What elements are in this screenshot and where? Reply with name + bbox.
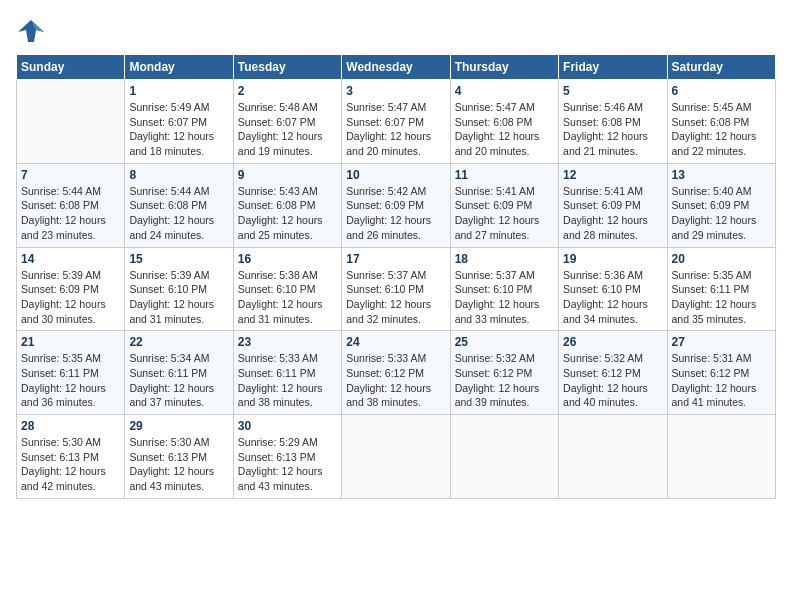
day-number: 14 [21,252,120,266]
calendar-cell: 17Sunrise: 5:37 AM Sunset: 6:10 PM Dayli… [342,247,450,331]
day-number: 12 [563,168,662,182]
day-info: Sunrise: 5:40 AM Sunset: 6:09 PM Dayligh… [672,184,771,243]
calendar-cell: 18Sunrise: 5:37 AM Sunset: 6:10 PM Dayli… [450,247,558,331]
calendar-cell: 28Sunrise: 5:30 AM Sunset: 6:13 PM Dayli… [17,415,125,499]
day-number: 19 [563,252,662,266]
calendar-week-1: 1Sunrise: 5:49 AM Sunset: 6:07 PM Daylig… [17,80,776,164]
calendar-cell: 10Sunrise: 5:42 AM Sunset: 6:09 PM Dayli… [342,163,450,247]
day-info: Sunrise: 5:35 AM Sunset: 6:11 PM Dayligh… [21,351,120,410]
weekday-header-thursday: Thursday [450,55,558,80]
day-number: 13 [672,168,771,182]
calendar-body: 1Sunrise: 5:49 AM Sunset: 6:07 PM Daylig… [17,80,776,499]
day-info: Sunrise: 5:32 AM Sunset: 6:12 PM Dayligh… [563,351,662,410]
weekday-header-row: SundayMondayTuesdayWednesdayThursdayFrid… [17,55,776,80]
day-number: 30 [238,419,337,433]
day-info: Sunrise: 5:41 AM Sunset: 6:09 PM Dayligh… [455,184,554,243]
calendar-cell: 4Sunrise: 5:47 AM Sunset: 6:08 PM Daylig… [450,80,558,164]
day-info: Sunrise: 5:30 AM Sunset: 6:13 PM Dayligh… [21,435,120,494]
logo-icon [16,16,46,46]
day-number: 25 [455,335,554,349]
day-number: 20 [672,252,771,266]
day-number: 23 [238,335,337,349]
day-number: 4 [455,84,554,98]
day-number: 29 [129,419,228,433]
day-number: 27 [672,335,771,349]
day-info: Sunrise: 5:48 AM Sunset: 6:07 PM Dayligh… [238,100,337,159]
calendar-week-5: 28Sunrise: 5:30 AM Sunset: 6:13 PM Dayli… [17,415,776,499]
day-info: Sunrise: 5:47 AM Sunset: 6:08 PM Dayligh… [455,100,554,159]
calendar-cell: 29Sunrise: 5:30 AM Sunset: 6:13 PM Dayli… [125,415,233,499]
day-number: 15 [129,252,228,266]
day-info: Sunrise: 5:42 AM Sunset: 6:09 PM Dayligh… [346,184,445,243]
day-number: 9 [238,168,337,182]
day-info: Sunrise: 5:33 AM Sunset: 6:12 PM Dayligh… [346,351,445,410]
day-info: Sunrise: 5:38 AM Sunset: 6:10 PM Dayligh… [238,268,337,327]
day-number: 8 [129,168,228,182]
day-info: Sunrise: 5:39 AM Sunset: 6:09 PM Dayligh… [21,268,120,327]
day-number: 22 [129,335,228,349]
calendar-week-4: 21Sunrise: 5:35 AM Sunset: 6:11 PM Dayli… [17,331,776,415]
day-number: 18 [455,252,554,266]
day-info: Sunrise: 5:29 AM Sunset: 6:13 PM Dayligh… [238,435,337,494]
calendar-cell: 25Sunrise: 5:32 AM Sunset: 6:12 PM Dayli… [450,331,558,415]
calendar-cell: 5Sunrise: 5:46 AM Sunset: 6:08 PM Daylig… [559,80,667,164]
weekday-header-monday: Monday [125,55,233,80]
day-info: Sunrise: 5:49 AM Sunset: 6:07 PM Dayligh… [129,100,228,159]
day-number: 24 [346,335,445,349]
day-number: 26 [563,335,662,349]
day-info: Sunrise: 5:47 AM Sunset: 6:07 PM Dayligh… [346,100,445,159]
day-info: Sunrise: 5:35 AM Sunset: 6:11 PM Dayligh… [672,268,771,327]
calendar-cell: 20Sunrise: 5:35 AM Sunset: 6:11 PM Dayli… [667,247,775,331]
day-number: 16 [238,252,337,266]
day-number: 3 [346,84,445,98]
day-info: Sunrise: 5:41 AM Sunset: 6:09 PM Dayligh… [563,184,662,243]
calendar-cell [559,415,667,499]
calendar-table: SundayMondayTuesdayWednesdayThursdayFrid… [16,54,776,499]
day-number: 6 [672,84,771,98]
weekday-header-tuesday: Tuesday [233,55,341,80]
calendar-cell: 7Sunrise: 5:44 AM Sunset: 6:08 PM Daylig… [17,163,125,247]
day-info: Sunrise: 5:34 AM Sunset: 6:11 PM Dayligh… [129,351,228,410]
calendar-cell: 19Sunrise: 5:36 AM Sunset: 6:10 PM Dayli… [559,247,667,331]
day-info: Sunrise: 5:43 AM Sunset: 6:08 PM Dayligh… [238,184,337,243]
weekday-header-friday: Friday [559,55,667,80]
calendar-cell [450,415,558,499]
calendar-cell: 12Sunrise: 5:41 AM Sunset: 6:09 PM Dayli… [559,163,667,247]
day-info: Sunrise: 5:32 AM Sunset: 6:12 PM Dayligh… [455,351,554,410]
page-header [16,16,776,46]
calendar-cell: 23Sunrise: 5:33 AM Sunset: 6:11 PM Dayli… [233,331,341,415]
calendar-cell: 3Sunrise: 5:47 AM Sunset: 6:07 PM Daylig… [342,80,450,164]
day-number: 7 [21,168,120,182]
calendar-week-3: 14Sunrise: 5:39 AM Sunset: 6:09 PM Dayli… [17,247,776,331]
calendar-cell: 21Sunrise: 5:35 AM Sunset: 6:11 PM Dayli… [17,331,125,415]
day-number: 28 [21,419,120,433]
calendar-cell: 15Sunrise: 5:39 AM Sunset: 6:10 PM Dayli… [125,247,233,331]
weekday-header-saturday: Saturday [667,55,775,80]
calendar-cell: 24Sunrise: 5:33 AM Sunset: 6:12 PM Dayli… [342,331,450,415]
calendar-week-2: 7Sunrise: 5:44 AM Sunset: 6:08 PM Daylig… [17,163,776,247]
day-info: Sunrise: 5:46 AM Sunset: 6:08 PM Dayligh… [563,100,662,159]
calendar-cell [667,415,775,499]
calendar-cell: 11Sunrise: 5:41 AM Sunset: 6:09 PM Dayli… [450,163,558,247]
day-number: 1 [129,84,228,98]
calendar-cell: 22Sunrise: 5:34 AM Sunset: 6:11 PM Dayli… [125,331,233,415]
calendar-cell: 6Sunrise: 5:45 AM Sunset: 6:08 PM Daylig… [667,80,775,164]
day-info: Sunrise: 5:33 AM Sunset: 6:11 PM Dayligh… [238,351,337,410]
calendar-cell: 14Sunrise: 5:39 AM Sunset: 6:09 PM Dayli… [17,247,125,331]
calendar-cell: 9Sunrise: 5:43 AM Sunset: 6:08 PM Daylig… [233,163,341,247]
day-info: Sunrise: 5:39 AM Sunset: 6:10 PM Dayligh… [129,268,228,327]
calendar-cell: 1Sunrise: 5:49 AM Sunset: 6:07 PM Daylig… [125,80,233,164]
day-info: Sunrise: 5:44 AM Sunset: 6:08 PM Dayligh… [21,184,120,243]
day-info: Sunrise: 5:37 AM Sunset: 6:10 PM Dayligh… [455,268,554,327]
calendar-cell [342,415,450,499]
day-info: Sunrise: 5:37 AM Sunset: 6:10 PM Dayligh… [346,268,445,327]
day-info: Sunrise: 5:30 AM Sunset: 6:13 PM Dayligh… [129,435,228,494]
day-number: 11 [455,168,554,182]
calendar-cell: 27Sunrise: 5:31 AM Sunset: 6:12 PM Dayli… [667,331,775,415]
day-info: Sunrise: 5:36 AM Sunset: 6:10 PM Dayligh… [563,268,662,327]
day-info: Sunrise: 5:44 AM Sunset: 6:08 PM Dayligh… [129,184,228,243]
day-number: 5 [563,84,662,98]
weekday-header-wednesday: Wednesday [342,55,450,80]
calendar-cell: 13Sunrise: 5:40 AM Sunset: 6:09 PM Dayli… [667,163,775,247]
calendar-cell: 16Sunrise: 5:38 AM Sunset: 6:10 PM Dayli… [233,247,341,331]
